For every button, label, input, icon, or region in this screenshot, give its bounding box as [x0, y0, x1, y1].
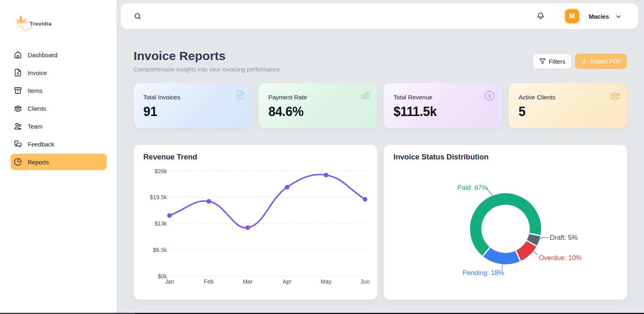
svg-text:$13k: $13k — [155, 220, 167, 227]
svg-text:Apr: Apr — [283, 278, 292, 285]
svg-text:$: $ — [17, 71, 19, 75]
svg-text:Draft: 5%: Draft: 5% — [550, 234, 578, 241]
svg-text:May: May — [321, 278, 331, 285]
svg-text:Jan: Jan — [165, 278, 174, 285]
svg-text:$26k: $26k — [155, 168, 167, 174]
svg-text:Overdue: 10%: Overdue: 10% — [539, 254, 582, 261]
svg-text:Mar: Mar — [243, 278, 253, 285]
svg-text:Feb: Feb — [204, 278, 214, 285]
svg-text:$6.5k: $6.5k — [153, 247, 167, 253]
svg-text:$19.5k: $19.5k — [150, 194, 167, 200]
svg-text:Jun: Jun — [361, 278, 370, 285]
svg-text:$: $ — [488, 93, 491, 99]
svg-text:Pending: 18%: Pending: 18% — [462, 269, 504, 276]
svg-text:Paid: 67%: Paid: 67% — [457, 184, 488, 191]
